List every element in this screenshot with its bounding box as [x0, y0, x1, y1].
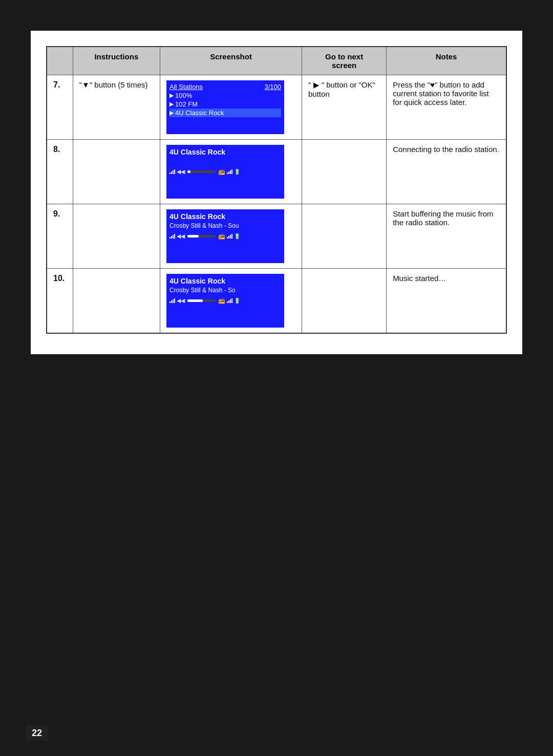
screen-subtitle: Crosby Still & Nash - So — [169, 286, 281, 294]
screen-item-text: 102 FM — [175, 100, 198, 108]
row-screenshot: All Stations 3/100 ▶ 100% ▶ 102 FM ▶ 4U … — [160, 75, 302, 140]
screen-item-icon: ▶ — [169, 101, 174, 107]
screen-list-item: ▶ 102 FM — [169, 100, 281, 109]
table-row: 7."▼" button (5 times) All Stations 3/10… — [47, 75, 506, 140]
row-gonext: " ▶ " button or "OK" button — [302, 75, 387, 140]
progress-bar-fill — [187, 235, 199, 237]
signal-icon — [169, 298, 175, 304]
signal-icon — [169, 169, 175, 175]
screen-statusbar: ◀◀ 📻 🔋 — [169, 297, 281, 304]
screen-station-name: 4U Classic Rock — [169, 211, 281, 222]
header-screenshot: Screenshot — [160, 47, 302, 75]
signal-icon — [169, 233, 175, 240]
signal-bars-right — [227, 169, 232, 175]
progress-bar-container — [187, 299, 216, 302]
progress-bar-container — [187, 170, 216, 173]
row-gonext — [302, 269, 387, 334]
battery-icon: 🔋 — [234, 169, 240, 175]
screen-list-item: ▶ 4U Classic Rock — [169, 109, 281, 117]
screen-statusbar: ◀◀ 📻 🔋 — [169, 233, 281, 240]
radio-icon: 📻 — [218, 297, 225, 304]
row-screenshot: 4U Classic RockCrosby Still & Nash - Sou… — [160, 204, 302, 269]
page-number: 22 — [26, 726, 48, 741]
screen-display: 4U Classic Rock ◀◀ 📻 — [166, 145, 284, 199]
row-instructions — [73, 269, 160, 334]
screen-item-icon: ▶ — [169, 92, 174, 99]
radio-icon: 📻 — [218, 233, 225, 240]
signal-bars — [169, 233, 175, 239]
volume-icon: ◀◀ — [177, 297, 185, 304]
table-row: 10.4U Classic RockCrosby Still & Nash - … — [47, 269, 506, 334]
row-notes: Music started… — [387, 269, 506, 334]
header-num — [47, 47, 73, 75]
screen-item-text: 100% — [175, 92, 192, 99]
screen-list-item: ▶ 100% — [169, 91, 281, 100]
signal-bars-2 — [227, 233, 232, 239]
row-screenshot: 4U Classic RockCrosby Still & Nash - So … — [160, 269, 302, 334]
screen-subtitle: Crosby Still & Nash - Sou — [169, 222, 281, 230]
screen-station-name: 4U Classic Rock — [169, 147, 281, 157]
screen-display: All Stations 3/100 ▶ 100% ▶ 102 FM ▶ 4U … — [166, 80, 284, 134]
progress-bar-fill — [187, 299, 203, 302]
row-screenshot: 4U Classic Rock ◀◀ 📻 — [160, 140, 302, 204]
header-instructions: Instructions — [73, 47, 160, 75]
row-number: 10. — [47, 269, 73, 334]
radio-icon: 📻 — [218, 168, 225, 175]
page-content: Instructions Screenshot Go to nextscreen… — [31, 31, 522, 354]
screen-header-right: 3/100 — [265, 83, 282, 91]
table-row: 8.4U Classic Rock ◀◀ 📻 — [47, 140, 506, 204]
screen-station-name: 4U Classic Rock — [169, 276, 281, 286]
row-notes: Press the "♥" button to add current stat… — [387, 75, 506, 140]
signal-bars — [169, 169, 175, 174]
table-row: 9.4U Classic RockCrosby Still & Nash - S… — [47, 204, 506, 269]
row-instructions: "▼" button (5 times) — [73, 75, 160, 140]
header-gonext: Go to nextscreen — [302, 47, 387, 75]
row-notes: Connecting to the radio station. — [387, 140, 506, 204]
signal-bars-2 — [227, 298, 232, 303]
screen-item-icon: ▶ — [169, 110, 174, 116]
screen-item-text: 4U Classic Rock — [175, 109, 224, 117]
signal-bars-right — [227, 233, 232, 240]
progress-bar-fill — [187, 170, 190, 173]
screen-display: 4U Classic RockCrosby Still & Nash - Sou… — [166, 209, 284, 263]
row-instructions — [73, 204, 160, 269]
row-number: 7. — [47, 75, 73, 140]
screen-header-left: All Stations — [169, 83, 203, 91]
volume-icon: ◀◀ — [177, 233, 185, 240]
row-number: 9. — [47, 204, 73, 269]
header-notes: Notes — [387, 47, 506, 75]
row-instructions — [73, 140, 160, 204]
screen-header: All Stations 3/100 — [169, 82, 281, 91]
signal-bars — [169, 298, 175, 303]
battery-icon: 🔋 — [234, 233, 240, 239]
progress-bar-container — [187, 235, 216, 237]
screen-statusbar: ◀◀ 📻 🔋 — [169, 168, 281, 175]
signal-bars-2 — [227, 169, 232, 174]
battery-icon: 🔋 — [234, 298, 240, 304]
signal-bars-right — [227, 298, 232, 304]
row-number: 8. — [47, 140, 73, 204]
row-notes: Start buffering the music from the radio… — [387, 204, 506, 269]
row-gonext — [302, 204, 387, 269]
screen-display: 4U Classic RockCrosby Still & Nash - So … — [166, 274, 284, 328]
instruction-table: Instructions Screenshot Go to nextscreen… — [46, 46, 507, 334]
volume-icon: ◀◀ — [177, 168, 185, 175]
screen-subtitle-empty — [169, 157, 281, 165]
row-gonext — [302, 140, 387, 204]
